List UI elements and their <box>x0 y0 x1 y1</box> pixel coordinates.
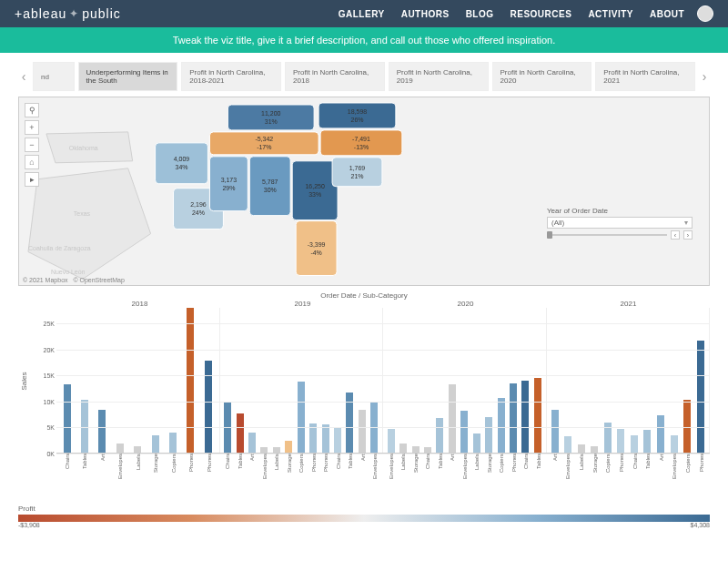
year-prev[interactable]: ‹ <box>671 230 680 240</box>
story-tab-5[interactable]: Profit in North Carolina, 2020 <box>492 62 592 91</box>
bar[interactable] <box>399 444 407 453</box>
bar[interactable] <box>81 400 88 453</box>
x-tick-label: Chairs <box>425 454 430 490</box>
story-tab-4[interactable]: Profit in North Carolina, 2019 <box>389 62 489 91</box>
profit-legend-label: Profit <box>18 505 710 513</box>
bar[interactable] <box>617 429 624 453</box>
bar[interactable] <box>334 427 341 453</box>
bar[interactable] <box>521 381 529 453</box>
x-tick-label: Tables <box>645 454 651 490</box>
nav-links: GALLERY AUTHORS BLOG RESOURCES ACTIVITY … <box>339 9 684 19</box>
x-tick-label: Chairs <box>336 454 341 490</box>
bar[interactable] <box>436 418 443 453</box>
year-slider[interactable]: ‹ › <box>547 230 693 240</box>
year-header: 2020 <box>384 300 547 308</box>
x-tick-label: Storage <box>487 454 492 490</box>
story-tab-2[interactable]: Profit in North Carolina, 2018-2021 <box>181 62 281 91</box>
bar[interactable] <box>359 410 366 453</box>
bar[interactable] <box>322 424 329 453</box>
x-tick-label: Storage <box>592 454 598 490</box>
logo[interactable]: +ableau ✦ public <box>15 6 121 21</box>
nav-about[interactable]: ABOUT <box>650 9 684 19</box>
bar[interactable] <box>424 447 431 453</box>
bar[interactable] <box>260 447 268 453</box>
state-virginia[interactable] <box>318 103 396 128</box>
nav-blog[interactable]: BLOG <box>466 9 494 19</box>
story-tab-6[interactable]: Profit in North Carolina, 2021 <box>595 62 695 91</box>
x-tick-label: Art <box>659 454 664 490</box>
bar[interactable] <box>564 436 571 453</box>
bar[interactable] <box>237 413 244 453</box>
x-tick-label: Envelopes <box>565 454 571 490</box>
story-tab-1[interactable]: Underperforming Items in the South <box>78 62 178 91</box>
state-georgia[interactable] <box>292 161 338 220</box>
bar[interactable] <box>460 411 468 453</box>
bar[interactable] <box>152 435 159 453</box>
bar[interactable] <box>273 447 280 453</box>
map-zoom-out[interactable]: − <box>25 138 39 152</box>
nav-gallery[interactable]: GALLERY <box>339 9 385 19</box>
state-alabama[interactable] <box>249 157 290 216</box>
bar[interactable] <box>631 435 638 453</box>
nav-activity[interactable]: ACTIVITY <box>588 9 633 19</box>
bar[interactable] <box>683 400 691 453</box>
bar[interactable] <box>449 384 456 453</box>
story-tab-0[interactable]: nd <box>33 62 75 91</box>
bar[interactable] <box>169 433 177 453</box>
x-tick-label: Phones <box>311 454 317 490</box>
bar[interactable] <box>388 429 395 453</box>
state-mississippi[interactable] <box>209 157 248 211</box>
bar[interactable] <box>657 415 664 453</box>
avatar[interactable] <box>697 5 713 22</box>
x-tick-label: Art <box>450 454 455 490</box>
bar[interactable] <box>697 341 704 453</box>
x-tick-label: Chairs <box>65 454 70 490</box>
bar[interactable] <box>98 410 106 453</box>
nav-resources[interactable]: RESOURCES <box>511 9 572 19</box>
bar[interactable] <box>248 433 256 453</box>
map-svg[interactable]: Oklahoma Texas Coahuila de Zaragoza Nuev… <box>19 97 709 286</box>
slider-knob[interactable] <box>547 231 552 239</box>
bar[interactable] <box>64 384 71 453</box>
tip-banner: Tweak the viz title, give it a brief des… <box>0 27 728 53</box>
x-tick-label: Tables <box>238 454 243 490</box>
map-play-icon[interactable]: ▸ <box>25 172 39 187</box>
bar[interactable] <box>485 417 492 453</box>
bar[interactable] <box>298 382 305 453</box>
nav-authors[interactable]: AUTHORS <box>401 9 450 19</box>
story-prev[interactable]: ‹ <box>18 69 29 84</box>
x-tick-label: Copiers <box>605 454 611 490</box>
bar[interactable] <box>134 446 141 453</box>
year-filter-select[interactable]: (All) ▾ <box>547 217 693 229</box>
bar[interactable] <box>285 441 292 453</box>
state-south-carolina[interactable] <box>332 158 382 187</box>
bar[interactable] <box>534 378 541 453</box>
bar[interactable] <box>498 398 505 453</box>
x-tick-label: Phones <box>188 454 194 490</box>
state-arkansas[interactable] <box>156 143 208 184</box>
bar[interactable] <box>551 410 559 453</box>
bar[interactable] <box>578 444 585 453</box>
logo-right: public <box>82 6 121 21</box>
map-home-icon[interactable]: ⌂ <box>25 155 39 169</box>
bar[interactable] <box>412 446 420 453</box>
bar[interactable] <box>591 446 598 453</box>
state-kentucky[interactable] <box>228 105 314 130</box>
bar[interactable] <box>510 383 517 453</box>
year-filter: Year of Order Date (All) ▾ ‹ › <box>547 207 693 240</box>
map-search-icon[interactable]: ⚲ <box>25 103 39 117</box>
year-column-2020 <box>383 308 547 453</box>
story-tab-3[interactable]: Profit in North Carolina, 2018 <box>285 62 385 91</box>
bar[interactable] <box>643 430 651 453</box>
year-next[interactable]: › <box>683 230 693 240</box>
state-florida[interactable] <box>296 221 337 276</box>
state-north-carolina[interactable] <box>320 130 402 156</box>
bar[interactable] <box>473 434 480 453</box>
map-zoom-in[interactable]: + <box>25 120 39 135</box>
bar[interactable] <box>187 308 194 453</box>
story-next[interactable]: › <box>699 69 710 84</box>
state-tennessee[interactable] <box>209 132 318 155</box>
bar[interactable] <box>116 444 124 453</box>
neighbor-label: Texas <box>74 210 91 217</box>
bar[interactable] <box>671 435 678 453</box>
